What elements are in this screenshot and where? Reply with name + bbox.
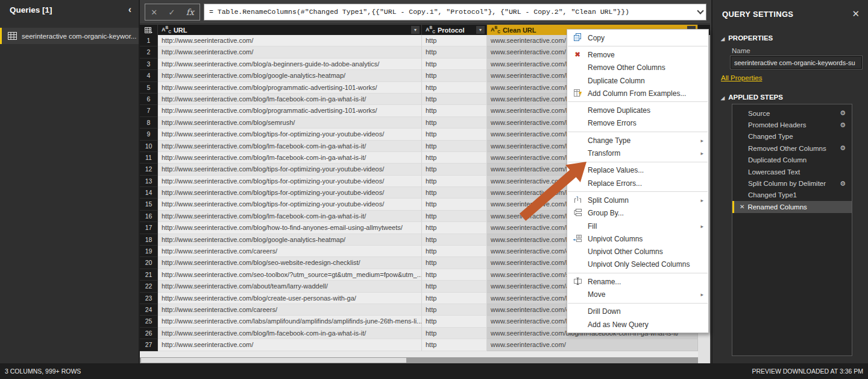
table-cell[interactable]: http [422, 35, 487, 46]
table-cell[interactable]: http [422, 94, 487, 105]
menu-item-replace-errors[interactable]: Replace Errors... [567, 177, 708, 190]
menu-item-remove-duplicates[interactable]: Remove Duplicates [567, 104, 708, 116]
table-cell[interactable]: http://www.seerinteractive.com/blog/a-be… [158, 59, 422, 70]
applied-step-source[interactable]: Source⚙ [732, 107, 852, 119]
row-number[interactable]: 16 [140, 211, 158, 222]
row-number[interactable]: 11 [140, 152, 158, 164]
applied-step-removed-other-columns[interactable]: Removed Other Columns⚙ [732, 142, 852, 154]
table-cell[interactable]: http [422, 211, 487, 222]
close-icon[interactable]: ✕ [852, 8, 860, 19]
menu-item-unpivot-only-selected-columns[interactable]: Unpivot Only Selected Columns [567, 258, 708, 271]
table-cell[interactable]: http://www.seerinteractive.com/blog/prog… [158, 82, 422, 94]
menu-item-duplicate-column[interactable]: Duplicate Column [567, 74, 708, 87]
table-cell[interactable]: http://www.seerinteractive.com/blog/semr… [158, 117, 422, 129]
row-number[interactable]: 2 [140, 46, 158, 58]
menu-item-transform[interactable]: Transform▸ [567, 147, 708, 159]
row-number[interactable]: 23 [140, 293, 158, 304]
horizontal-scrollbar[interactable] [140, 357, 698, 363]
table-cell[interactable]: http [422, 293, 487, 304]
table-cell[interactable]: www.seerinteractive.com/ [487, 339, 698, 351]
row-number[interactable]: 10 [140, 141, 158, 152]
all-properties-link[interactable]: All Properties [721, 74, 762, 81]
table-cell[interactable]: http [422, 199, 487, 210]
row-number[interactable]: 21 [140, 269, 158, 281]
table-cell[interactable]: http://www.seerinteractive.com/blog/lm-f… [158, 328, 422, 339]
menu-item-rename[interactable]: Rename... [567, 275, 708, 288]
table-cell[interactable]: http://www.seerinteractive.com/about/tea… [158, 281, 422, 292]
table-cell[interactable]: http://www.seerinteractive.com/blog/tips… [158, 176, 422, 187]
table-cell[interactable]: http [422, 316, 487, 327]
row-number[interactable]: 24 [140, 304, 158, 316]
row-number[interactable]: 1 [140, 35, 158, 46]
fx-icon[interactable]: fx [186, 7, 194, 17]
applied-step-changed-type[interactable]: Changed Type [732, 131, 852, 142]
properties-section-header[interactable]: ◢PROPERTIES [721, 34, 773, 42]
table-cell[interactable]: http [422, 281, 487, 292]
applied-step-renamed-columns[interactable]: ✕Renamed Columns [732, 201, 852, 212]
menu-item-drill-down[interactable]: Drill Down [567, 305, 708, 318]
collapse-panel-icon[interactable]: ‹ [128, 4, 131, 15]
table-cell[interactable]: http [422, 82, 487, 94]
table-cell[interactable]: http [422, 246, 487, 257]
table-cell[interactable]: http [422, 257, 487, 269]
row-number[interactable]: 22 [140, 281, 158, 292]
applied-step-split-column-by-delimiter[interactable]: Split Column by Delimiter⚙ [732, 177, 852, 189]
menu-item-add-column-from-examples[interactable]: Add Column From Examples... [567, 87, 708, 100]
menu-item-change-type[interactable]: Change Type▸ [567, 134, 708, 147]
table-cell[interactable]: http://www.seerinteractive.com/blog/tips… [158, 164, 422, 175]
table-cell[interactable]: http://www.seerinteractive.com/ [158, 339, 422, 351]
delete-step-icon[interactable]: ✕ [740, 203, 744, 210]
table-cell[interactable]: http://www.seerinteractive.com/blog/goog… [158, 234, 422, 246]
table-cell[interactable]: http [422, 141, 487, 152]
cancel-formula-icon[interactable]: ✕ [151, 8, 157, 17]
row-number[interactable]: 8 [140, 117, 158, 129]
query-name-input[interactable] [731, 56, 862, 69]
row-number[interactable]: 20 [140, 257, 158, 269]
table-cell[interactable]: http [422, 164, 487, 175]
table-cell[interactable]: http [422, 187, 487, 199]
table-cell[interactable]: http://www.seerinteractive.com/blog/tips… [158, 187, 422, 199]
filter-dropdown-icon[interactable]: ▾ [476, 26, 485, 34]
table-cell[interactable]: http://www.seerinteractive.com/ [158, 35, 422, 46]
query-list-item[interactable]: seerinteractive com-organic-keywor... [0, 28, 139, 44]
table-cell[interactable]: http [422, 176, 487, 187]
table-cell[interactable]: http [422, 234, 487, 246]
table-cell[interactable]: http://www.seerinteractive.com/blog/tips… [158, 129, 422, 140]
applied-step-duplicated-column[interactable]: Duplicated Column [732, 154, 852, 166]
row-number[interactable]: 6 [140, 94, 158, 105]
table-cell[interactable]: http [422, 269, 487, 281]
menu-item-fill[interactable]: Fill▸ [567, 220, 708, 232]
table-cell[interactable]: http://www.seerinteractive.com/seo-toolb… [158, 269, 422, 281]
row-number[interactable]: 5 [140, 82, 158, 94]
row-number[interactable]: 7 [140, 105, 158, 116]
gear-icon[interactable]: ⚙ [840, 144, 846, 152]
row-number[interactable]: 9 [140, 129, 158, 140]
table-cell[interactable]: http [422, 222, 487, 234]
table-cell[interactable]: http://www.seerinteractive.com/blog/tips… [158, 199, 422, 210]
table-cell[interactable]: http://www.seerinteractive.com/blog/how-… [158, 222, 422, 234]
row-number[interactable]: 27 [140, 339, 158, 351]
horizontal-scrollbar-thumb[interactable] [141, 358, 406, 363]
table-cell[interactable]: http [422, 117, 487, 129]
menu-item-unpivot-other-columns[interactable]: Unpivot Other Columns [567, 245, 708, 258]
table-cell[interactable]: http://www.seerinteractive.com/blog/goog… [158, 70, 422, 81]
table-cell[interactable]: http [422, 339, 487, 351]
menu-item-copy[interactable]: Copy [567, 31, 708, 44]
table-cell[interactable]: http [422, 105, 487, 116]
menu-item-move[interactable]: Move▸ [567, 288, 708, 301]
table-cell[interactable]: http://www.seerinteractive.com/blog/lm-f… [158, 152, 422, 164]
gear-icon[interactable]: ⚙ [840, 109, 846, 117]
row-number[interactable]: 17 [140, 222, 158, 234]
table-cell[interactable]: http://www.seerinteractive.com/blog/prog… [158, 105, 422, 116]
column-header-url[interactable]: ABC URL ▾ [158, 25, 422, 35]
gear-icon[interactable]: ⚙ [840, 180, 846, 188]
table-cell[interactable]: http://www.seerinteractive.com/blog/seo-… [158, 257, 422, 269]
applied-step-promoted-headers[interactable]: Promoted Headers⚙ [732, 119, 852, 130]
row-number[interactable]: 19 [140, 246, 158, 257]
table-cell[interactable]: http://www.seerinteractive.com/blog/lm-f… [158, 141, 422, 152]
menu-item-remove-other-columns[interactable]: Remove Other Columns [567, 62, 708, 74]
row-number[interactable]: 4 [140, 70, 158, 81]
formula-input[interactable]: = Table.RenameColumns(#"Changed Type1",{… [204, 4, 706, 21]
menu-item-add-as-new-query[interactable]: Add as New Query [567, 318, 708, 331]
table-cell[interactable]: http://www.seerinteractive.com/careers/ [158, 304, 422, 316]
